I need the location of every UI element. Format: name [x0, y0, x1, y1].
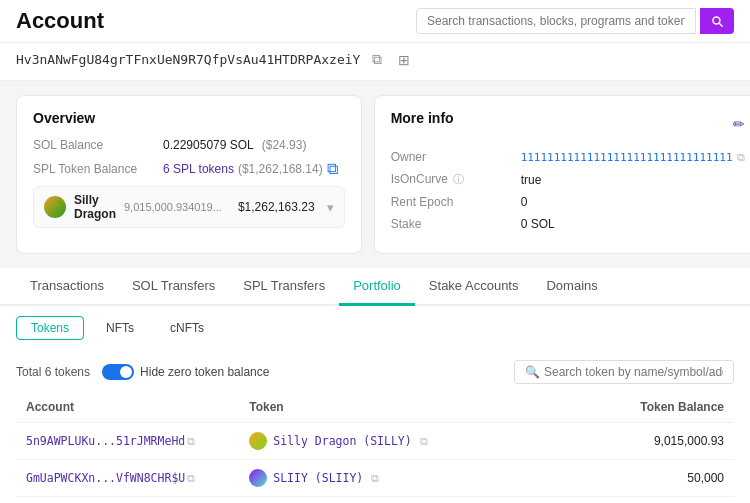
token-thumb-icon: [249, 469, 267, 487]
stake-label: Stake: [391, 217, 521, 231]
table-section: Total 6 tokens Hide zero token balance 🔍…: [0, 346, 750, 503]
rent-epoch-label: Rent Epoch: [391, 195, 521, 209]
overview-card: Overview SOL Balance 0.22905079 SOL ($24…: [16, 95, 362, 254]
header: Account: [0, 0, 750, 43]
account-cell: 5n9AWPLUKu...51rJMRMeHd⧉: [16, 423, 239, 460]
sub-tab-nfts[interactable]: NFTs: [92, 317, 148, 339]
token-cell: Silly Dragon (SILLY)⧉: [239, 423, 611, 460]
spl-balance-label: SPL Token Balance: [33, 162, 163, 176]
page-title: Account: [16, 8, 104, 34]
copy-account-icon[interactable]: ⧉: [187, 435, 195, 447]
sol-balance-row: SOL Balance 0.22905079 SOL ($24.93): [33, 138, 345, 152]
chevron-down-icon: ▾: [327, 200, 334, 215]
is-on-curve-value: true: [521, 173, 542, 187]
tab-sol-transfers[interactable]: SOL Transfers: [118, 268, 229, 306]
token-cell: FAMTOON (FAM)⧉: [239, 497, 611, 504]
table-search-icon: 🔍: [525, 365, 540, 379]
copy-spl-icon[interactable]: ⧉: [327, 160, 338, 178]
token-value: $1,262,163.23: [238, 200, 315, 214]
overview-title: Overview: [33, 110, 345, 126]
token-row: Silly Dragon 9,015,000.934019... $1,262,…: [33, 186, 345, 228]
search-input[interactable]: [416, 8, 696, 34]
token-cell: SLIIY (SLIIY)⧉: [239, 460, 611, 497]
copy-address-button[interactable]: ⧉: [368, 49, 386, 70]
owner-label: Owner: [391, 150, 521, 164]
account-cell: GmUaPWCKXn...VfWN8CHR$U⧉: [16, 460, 239, 497]
owner-value: 11111111111111111111111111111111 ⧉: [521, 151, 745, 164]
address-bar: Hv3nANwFgU84grTFnxUeN9R7QfpVsAu41HTDRPAx…: [0, 43, 750, 81]
token-link[interactable]: SLIIY (SLIIY): [273, 471, 363, 485]
cards-row: Overview SOL Balance 0.22905079 SOL ($24…: [0, 81, 750, 268]
balance-cell: 227,500: [612, 497, 734, 504]
col-token: Token: [239, 392, 611, 423]
edit-icon[interactable]: ✏: [733, 116, 745, 132]
sol-balance-value: 0.22905079 SOL ($24.93): [163, 138, 306, 152]
is-on-curve-label: IsOnCurve ⓘ: [391, 172, 521, 187]
copy-token-icon[interactable]: ⧉: [420, 435, 428, 448]
more-info-header: More info ✏: [391, 110, 745, 138]
sub-tab-tokens[interactable]: Tokens: [16, 316, 84, 340]
token-name: Silly Dragon: [74, 193, 116, 221]
tokens-table: Account Token Token Balance 5n9AWPLUKu..…: [16, 392, 734, 503]
stake-value: 0 SOL: [521, 217, 555, 231]
sub-tab-cnfts[interactable]: cNFTs: [156, 317, 218, 339]
table-search-container: 🔍: [514, 360, 734, 384]
tab-domains[interactable]: Domains: [532, 268, 611, 306]
account-link[interactable]: GmUaPWCKXn...VfWN8CHR$U: [26, 471, 185, 485]
stake-row: Stake 0 SOL: [391, 217, 745, 231]
table-header-row: Account Token Token Balance: [16, 392, 734, 423]
table-row: DXV5aqBePh...8MCmY7X6Fw⧉FAMTOON (FAM)⧉22…: [16, 497, 734, 504]
copy-owner-icon[interactable]: ⧉: [737, 151, 745, 164]
is-on-curve-row: IsOnCurve ⓘ true: [391, 172, 745, 187]
tabs-bar: Transactions SOL Transfers SPL Transfers…: [0, 268, 750, 306]
total-tokens-label: Total 6 tokens: [16, 365, 90, 379]
search-bar: [416, 8, 734, 34]
table-search-input[interactable]: [544, 365, 723, 379]
table-row: GmUaPWCKXn...VfWN8CHR$U⧉SLIIY (SLIIY)⧉50…: [16, 460, 734, 497]
owner-row: Owner 11111111111111111111111111111111 ⧉: [391, 150, 745, 164]
more-info-card: More info ✏ Owner 1111111111111111111111…: [374, 95, 750, 254]
sol-balance-label: SOL Balance: [33, 138, 163, 152]
search-button[interactable]: [700, 8, 734, 34]
col-account: Account: [16, 392, 239, 423]
balance-cell: 9,015,000.93: [612, 423, 734, 460]
copy-account-icon[interactable]: ⧉: [187, 472, 195, 484]
table-toolbar: Total 6 tokens Hide zero token balance 🔍: [16, 354, 734, 392]
sub-tabs: Tokens NFTs cNFTs: [0, 306, 750, 346]
tab-portfolio[interactable]: Portfolio: [339, 268, 415, 306]
col-balance: Token Balance: [612, 392, 734, 423]
tab-stake-accounts[interactable]: Stake Accounts: [415, 268, 533, 306]
spl-balance-value: 6 SPL tokens ($1,262,168.14) ⧉: [163, 160, 338, 178]
account-link[interactable]: 5n9AWPLUKu...51rJMRMeHd: [26, 434, 185, 448]
tab-transactions[interactable]: Transactions: [16, 268, 118, 306]
table-row: 5n9AWPLUKu...51rJMRMeHd⧉Silly Dragon (SI…: [16, 423, 734, 460]
token-link[interactable]: Silly Dragon (SILLY): [273, 434, 411, 448]
more-info-title: More info: [391, 110, 454, 126]
rent-epoch-row: Rent Epoch 0: [391, 195, 745, 209]
copy-token-icon[interactable]: ⧉: [371, 472, 379, 485]
rent-epoch-value: 0: [521, 195, 528, 209]
toolbar-left: Total 6 tokens Hide zero token balance: [16, 364, 269, 380]
balance-cell: 50,000: [612, 460, 734, 497]
info-tooltip-icon: ⓘ: [453, 173, 464, 185]
spl-balance-row: SPL Token Balance 6 SPL tokens ($1,262,1…: [33, 160, 345, 178]
tab-spl-transfers[interactable]: SPL Transfers: [229, 268, 339, 306]
hide-zero-toggle-label: Hide zero token balance: [102, 364, 269, 380]
account-cell: DXV5aqBePh...8MCmY7X6Fw⧉: [16, 497, 239, 504]
qr-button[interactable]: ⊞: [394, 50, 414, 70]
token-thumb-icon: [249, 432, 267, 450]
token-amount: 9,015,000.934019...: [124, 201, 222, 213]
hide-zero-toggle[interactable]: [102, 364, 134, 380]
wallet-address: Hv3nANwFgU84grTFnxUeN9R7QfpVsAu41HTDRPAx…: [16, 52, 360, 67]
token-icon: [44, 196, 66, 218]
